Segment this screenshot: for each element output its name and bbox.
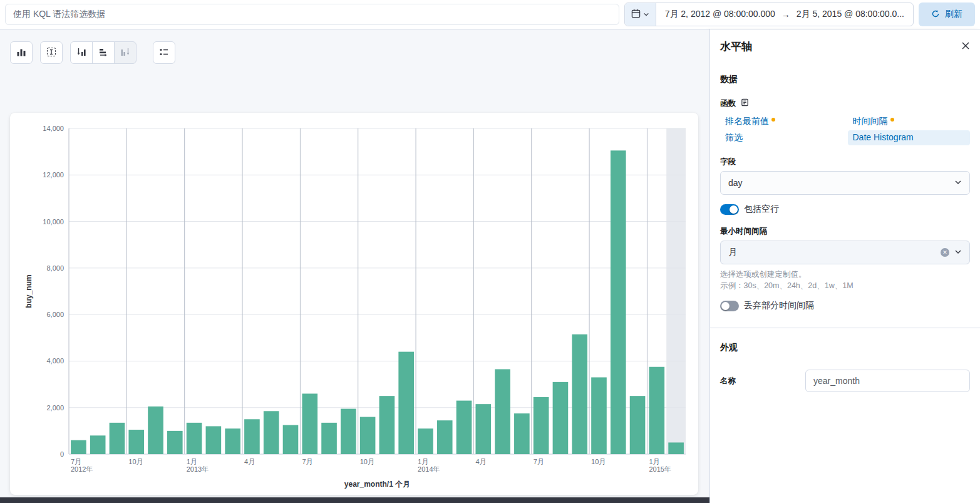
bar[interactable] [649,367,665,454]
data-section-label: 数据 [720,74,970,85]
close-panel-button[interactable] [961,41,970,52]
bar[interactable] [341,409,356,454]
divider [710,328,980,328]
bar[interactable] [591,377,607,454]
dimension-config-panel: 水平轴 数据 函数 排名最前值 [709,29,980,503]
bar[interactable] [187,423,202,454]
function-item-filters[interactable]: 筛选 [720,130,843,145]
bar[interactable] [148,407,163,454]
svg-text:7月: 7月 [71,458,81,465]
bar[interactable] [418,428,433,454]
appearance-section-label: 外观 [720,342,970,353]
left-axis-icon [76,47,86,59]
switch-knob [730,205,738,214]
svg-text:6,000: 6,000 [46,311,64,318]
bar[interactable] [206,426,222,454]
docs-icon[interactable] [741,98,749,109]
svg-text:2015年: 2015年 [649,465,671,473]
right-axis-button[interactable] [114,41,137,64]
svg-text:4月: 4月 [244,458,255,465]
left-axis-button[interactable] [70,41,93,64]
bar[interactable] [630,396,646,454]
kql-query-placeholder: 使用 KQL 语法筛选数据 [13,9,105,20]
bar-chart[interactable]: 02,0004,0006,0008,00010,00012,00014,0007… [10,113,698,495]
bar[interactable] [668,442,684,454]
bar[interactable] [128,430,144,454]
date-picker-calendar-button[interactable] [625,3,656,26]
bar[interactable] [534,397,549,454]
date-range-start[interactable]: 7月 2, 2012 @ 08:00:00.000 [665,9,775,20]
bar[interactable] [475,404,491,454]
kql-query-input[interactable]: 使用 KQL 语法筛选数据 [5,4,619,25]
chart-type-icon [16,47,26,59]
bar[interactable] [90,435,106,454]
lens-editor: 使用 KQL 语法筛选数据 7月 2, 2012 @ 08:00:00.000 … [0,0,980,503]
chart-type-button[interactable] [10,41,33,64]
panel-header: 水平轴 [720,39,970,54]
bar[interactable] [398,352,414,454]
svg-text:2014年: 2014年 [418,465,440,473]
date-range-end[interactable]: 2月 5, 2015 @ 08:00:00.0... [797,9,904,20]
bar[interactable] [495,369,510,454]
bar[interactable] [456,401,472,454]
svg-text:0: 0 [60,450,64,458]
workspace: 02,0004,0006,0008,00010,00012,00014,0007… [0,29,709,503]
include-empty-rows-row: 包括空行 [720,204,970,215]
function-item-time-interval[interactable]: 时间间隔 [848,114,971,129]
bar[interactable] [225,428,240,454]
refresh-label: 刷新 [945,9,962,20]
svg-text:1月: 1月 [418,458,428,465]
bottom-axis-icon [98,47,108,59]
bar[interactable] [264,411,279,454]
bar[interactable] [437,420,453,454]
value-labels-button[interactable] [40,41,63,64]
bar[interactable] [514,413,530,454]
function-label: Date Histogram [853,132,914,142]
include-empty-rows-switch[interactable] [720,204,739,215]
legend-button[interactable] [153,41,175,64]
bar[interactable] [283,425,299,454]
name-input[interactable] [805,370,970,392]
function-item-top-values[interactable]: 排名最前值 [720,114,843,129]
svg-text:10,000: 10,000 [43,218,64,226]
bar[interactable] [553,382,569,454]
bar[interactable] [110,423,125,454]
helper-line-2: 示例：30s、20m、24h、2d、1w、1M [720,281,970,292]
warning-dot-icon [890,118,894,122]
bottom-axis-button[interactable] [92,41,115,64]
svg-text:4,000: 4,000 [46,357,64,365]
include-empty-rows-label: 包括空行 [744,204,779,215]
bar[interactable] [611,150,626,454]
bar[interactable] [167,431,183,454]
bar[interactable] [302,393,317,454]
svg-text:10月: 10月 [360,458,374,465]
clear-icon[interactable]: ✕ [941,248,949,257]
min-interval-helper: 选择选项或创建定制值。 示例：30s、20m、24h、2d、1w、1M [720,269,970,291]
svg-text:8,000: 8,000 [46,264,64,272]
chevron-down-icon [954,178,962,188]
bottom-bar [0,497,709,503]
content-area: 02,0004,0006,0008,00010,00012,00014,0007… [0,29,980,503]
field-select[interactable]: day [720,171,970,195]
bar[interactable] [360,417,376,454]
drop-partial-switch[interactable] [720,301,739,311]
function-item-date-histogram[interactable]: Date Histogram [848,130,971,145]
svg-text:14,000: 14,000 [43,125,64,132]
refresh-button[interactable]: 刷新 [919,3,975,26]
drop-partial-label: 丢弃部分时间间隔 [744,300,814,311]
svg-text:12,000: 12,000 [43,171,64,179]
bar[interactable] [321,423,337,454]
close-icon [961,41,970,52]
chevron-down-icon [643,10,649,19]
bar[interactable] [379,396,395,454]
bar[interactable] [71,440,86,454]
switch-knob [721,302,730,310]
svg-text:year_month/1 个月: year_month/1 个月 [344,480,410,489]
bar[interactable] [572,334,587,454]
bar[interactable] [244,419,260,454]
warning-dot-icon [771,118,775,122]
min-interval-combobox[interactable]: 月 ✕ [720,241,970,264]
svg-text:2013年: 2013年 [187,465,209,473]
function-label: 排名最前值 [725,116,769,127]
svg-text:1月: 1月 [187,458,197,465]
